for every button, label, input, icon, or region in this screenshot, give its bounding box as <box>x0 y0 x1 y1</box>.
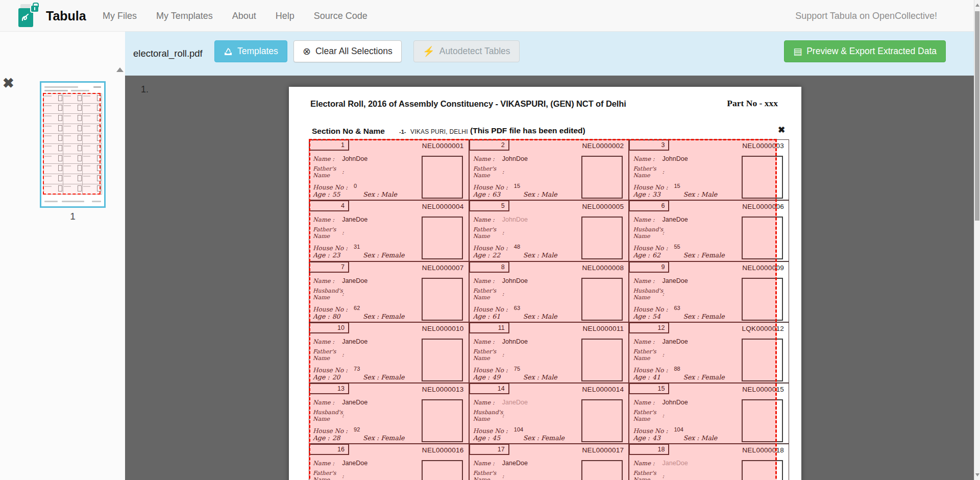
thumbnail-mini-cell <box>63 184 83 195</box>
thumbnail-partno-bar <box>93 86 101 88</box>
main-nav: My Files My Templates About Help Source … <box>93 0 377 32</box>
pdf-edited-note: (This PDF file has been edited) <box>470 126 585 135</box>
thumbnail-mini-cell <box>43 143 63 154</box>
thumbnail-mini-cell <box>82 103 102 114</box>
section-place: VIKAS PURI, DELHI <box>410 128 468 135</box>
thumbnail-mini-cell <box>82 113 102 124</box>
templates-button[interactable]: Templates <box>214 40 287 62</box>
page-1-thumbnail[interactable] <box>40 81 106 208</box>
tabula-pdf-logo-icon <box>18 4 40 28</box>
thumbnail-mini-cell <box>43 184 63 195</box>
thumbnail-mini-cell <box>82 163 102 174</box>
remove-page-icon[interactable]: ✖ <box>3 77 14 90</box>
thumbnail-mini-cell <box>43 103 63 114</box>
thumbnail-mini-cell <box>43 113 63 124</box>
export-button-label: Preview & Export Extracted Data <box>806 46 937 57</box>
current-filename: electoral_roll.pdf <box>133 32 203 76</box>
thumbnail-mini-cell <box>82 93 102 104</box>
thumbnail-mini-cell <box>63 103 83 114</box>
nav-item-my-templates[interactable]: My Templates <box>146 11 223 21</box>
thumbnail-mini-cell <box>82 174 102 184</box>
clear-button-label: Clear All Selections <box>315 46 393 57</box>
thumbnail-footer-bar-1 <box>44 201 58 202</box>
thumbnail-footer-bar-3 <box>92 201 101 202</box>
thumbnail-mini-cell <box>63 93 83 104</box>
electoral-roll-title: Electoral Roll, 2016 of Assembly Constit… <box>310 99 626 109</box>
thumbnail-mini-cell <box>63 113 83 124</box>
autodetect-tables-button[interactable]: ⚡ Autodetect Tables <box>413 40 520 62</box>
brand-title: Tabula <box>46 9 86 23</box>
autodetect-button-label: Autodetect Tables <box>439 46 510 57</box>
thumbnail-mini-cell <box>43 133 63 144</box>
section-number: -1- <box>399 129 406 135</box>
preview-export-button[interactable]: ▤ Preview & Export Extracted Data <box>784 40 946 62</box>
thumbnail-mini-cell <box>63 154 83 164</box>
thumbnail-footer-bar-2 <box>62 201 84 202</box>
page-index-label: 1. <box>141 84 149 95</box>
part-no: Part No - xxx <box>727 98 778 109</box>
thumbnail-mini-cell <box>43 93 63 104</box>
thumbnail-mini-cell <box>63 163 83 174</box>
scrollbar-up-arrow[interactable] <box>975 4 979 7</box>
thumbnail-mini-cell <box>43 163 63 174</box>
thumbnail-mini-cell <box>43 174 63 184</box>
selection-close-icon[interactable]: ✖ <box>778 126 785 134</box>
tabula-app: Tabula My Files My Templates About Help … <box>0 0 980 480</box>
pdf-curl-glyph <box>20 12 32 23</box>
window-scrollbar <box>974 0 980 480</box>
scrollbar-down-arrow[interactable] <box>975 473 979 476</box>
thumbnail-mini-cell <box>82 143 102 154</box>
thumbnail-section-bar <box>44 90 68 91</box>
toolbar: electoral_roll.pdf Templates ⊗ Clear All… <box>125 32 974 76</box>
page-thumbnail-sidebar: ✖ 1 <box>0 32 125 480</box>
nav-item-my-files[interactable]: My Files <box>93 11 146 21</box>
nav-item-about[interactable]: About <box>223 11 266 21</box>
thumbnail-edited-bar <box>71 90 89 91</box>
templates-tray-icon <box>224 47 233 56</box>
thumbnail-mini-cell <box>82 154 102 164</box>
scrollbar-thumb[interactable] <box>975 11 979 221</box>
templates-button-label: Templates <box>237 46 278 57</box>
thumbnail-mini-cell <box>43 154 63 164</box>
thumbnail-mini-cell <box>82 133 102 144</box>
thumbnail-mini-cell <box>63 124 83 134</box>
thumbnail-mini-cell <box>82 184 102 195</box>
support-opencollective-link[interactable]: Support Tabula on OpenCollective! <box>795 0 937 32</box>
clear-all-selections-button[interactable]: ⊗ Clear All Selections <box>293 40 402 62</box>
document-canvas: 1. Electoral Roll, 2016 of Assembly Cons… <box>125 76 974 480</box>
pdf-page-1[interactable]: Electoral Roll, 2016 of Assembly Constit… <box>289 87 801 480</box>
thumbnail-mini-cell <box>63 174 83 184</box>
thumbnail-mini-grid <box>43 93 102 194</box>
thumbnail-mini-cell <box>63 133 83 144</box>
section-label: Section No & Name <box>312 127 385 136</box>
lightning-bolt-icon: ⚡ <box>423 46 435 56</box>
navbar: Tabula My Files My Templates About Help … <box>0 0 980 32</box>
thumbnail-mini-cell <box>63 143 83 154</box>
brand-home-link[interactable]: Tabula <box>18 4 86 28</box>
thumbnail-page-number: 1 <box>40 211 106 222</box>
nav-item-help[interactable]: Help <box>266 11 304 21</box>
sidebar-scroll-up-arrow[interactable] <box>116 67 124 72</box>
thumbnail-mini-cell <box>43 124 63 134</box>
lock-icon <box>31 6 38 12</box>
table-selection-region[interactable] <box>309 139 777 480</box>
nav-item-source-code[interactable]: Source Code <box>304 11 377 21</box>
thumbnail-mini-cell <box>82 124 102 134</box>
thumbnail-title-bar <box>44 86 78 88</box>
table-grid-icon: ▤ <box>793 47 802 56</box>
circle-x-icon: ⊗ <box>303 46 311 56</box>
